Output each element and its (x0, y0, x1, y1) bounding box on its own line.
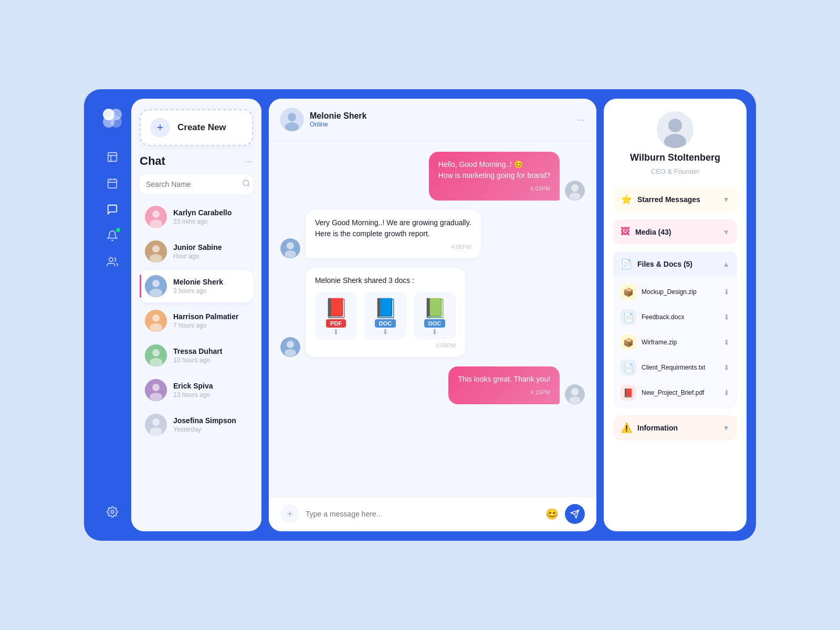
contact-name: Josefina Simpson (173, 416, 248, 425)
svg-point-43 (287, 242, 294, 249)
sender-avatar-sm (565, 181, 585, 201)
contact-item[interactable]: Tressa Duhart 10 hours ago (140, 339, 253, 372)
bell-nav-icon[interactable] (101, 225, 123, 247)
starred-messages-header[interactable]: ⭐ Starred Messages ▼ (613, 187, 737, 212)
file-row: 📦 Wirframe.zip ⬇ (618, 331, 732, 353)
svg-point-13 (243, 180, 249, 186)
media-header[interactable]: 🖼 Media (43) ▼ (613, 219, 737, 244)
file-download-button[interactable]: ⬇ (723, 388, 730, 397)
contact-name: Harrison Palmatier (173, 312, 248, 321)
svg-point-35 (150, 427, 162, 436)
contact-avatar (145, 206, 167, 228)
search-box[interactable] (140, 174, 253, 194)
sidebar (93, 99, 131, 531)
file-icon: 📄 (621, 309, 636, 325)
contact-item[interactable]: Josefina Simpson Yesterday (140, 408, 253, 441)
starred-messages-label: Starred Messages (637, 195, 700, 204)
contact-item[interactable]: Junior Sabine Hour ago (140, 235, 253, 268)
shared-docs-bubble: Melonie Sherk shared 3 docs : 📕 PDF ⬇ 📘 … (306, 268, 465, 357)
doc-item-pdf: 📕 PDF ⬇ (315, 292, 357, 339)
doc2-download[interactable]: ⬇ (432, 328, 438, 336)
app-frame: + Create New Chat ··· Karlyn Carabello 2… (84, 89, 756, 541)
chat-options-button[interactable]: ··· (577, 114, 585, 125)
contact-time: 3 hours ago (173, 287, 248, 295)
contact-item[interactable]: Erick Spiva 13 hours ago (140, 374, 253, 406)
right-panel: Wilburn Stoltenberg CEO & Founder ⭐ Star… (604, 99, 747, 531)
svg-point-12 (111, 510, 114, 513)
svg-point-50 (569, 396, 581, 404)
information-header[interactable]: ⚠️ Information ▼ (613, 415, 737, 440)
svg-point-46 (287, 341, 294, 348)
sender-avatar-sm (280, 238, 300, 258)
message-row: Melonie Sherk shared 3 docs : 📕 PDF ⬇ 📘 … (280, 268, 585, 357)
contact-info: Josefina Simpson Yesterday (173, 416, 248, 433)
file-row: 📦 Mockup_Design.zip ⬇ (618, 281, 732, 303)
contact-info: Tressa Duhart 10 hours ago (173, 347, 248, 364)
svg-point-34 (152, 418, 160, 426)
file-download-button[interactable]: ⬇ (723, 363, 730, 372)
file-icon: 📦 (621, 334, 636, 350)
search-input[interactable] (146, 180, 238, 188)
attach-button[interactable]: + (280, 505, 299, 523)
files-list: 📦 Mockup_Design.zip ⬇ 📄 Feedback.docx ⬇ … (613, 277, 737, 408)
send-button[interactable] (565, 504, 585, 524)
chat-topbar-avatar (280, 108, 303, 131)
file-name: Wirframe.zip (642, 339, 718, 346)
star-icon: ⭐ (621, 194, 632, 205)
contact-item[interactable]: Karlyn Carabello 23 mins ago (140, 201, 253, 233)
contact-item[interactable]: Harrison Palmatier 7 hours ago (140, 304, 253, 337)
contact-name: Tressa Duhart (173, 347, 248, 355)
contact-time: 10 hours ago (173, 356, 248, 364)
settings-nav-icon[interactable] (101, 501, 123, 523)
contact-avatar (145, 240, 167, 262)
pdf-download[interactable]: ⬇ (333, 328, 339, 336)
create-new-button[interactable]: + Create New (140, 109, 253, 146)
files-section: 📄 Files & Docs (5) ▲ 📦 Mockup_Design.zip… (613, 251, 737, 408)
file-download-button[interactable]: ⬇ (723, 288, 730, 296)
contact-time: 13 hours ago (173, 391, 248, 398)
file-row: 📕 New_Project_Brief.pdf ⬇ (618, 382, 732, 404)
svg-point-19 (152, 245, 160, 253)
media-icon: 🖼 (621, 226, 630, 237)
group-nav-icon[interactable] (101, 251, 123, 273)
profile-name: Wilburn Stoltenberg (630, 152, 720, 163)
emoji-button[interactable]: 😊 (545, 508, 559, 520)
contact-info: Harrison Palmatier 7 hours ago (173, 312, 248, 329)
file-download-button[interactable]: ⬇ (723, 313, 730, 321)
file-download-button[interactable]: ⬇ (723, 338, 730, 346)
svg-point-47 (285, 349, 296, 356)
main-content: + Create New Chat ··· Karlyn Carabello 2… (131, 99, 747, 531)
msg-time: 4:03PM (438, 184, 550, 193)
msg-time: 4:09PM (315, 342, 456, 349)
svg-point-31 (152, 384, 160, 391)
search-icon (242, 179, 250, 190)
chat-contact-status: Online (310, 121, 577, 128)
message-row: Very Good Morning..! We are growing grad… (280, 210, 585, 259)
file-icon: 📕 (621, 385, 636, 401)
file-icon: 📄 (621, 360, 636, 375)
chat-header: Chat ··· (140, 154, 253, 168)
profile-role: CEO & Founder (651, 167, 700, 175)
chat-messages: Hello, Good Morning..! 😊How is marketing… (269, 141, 596, 496)
contact-item[interactable]: Melonie Sherk 3 hours ago (140, 270, 253, 302)
msg-time: 4:06PM (315, 243, 471, 251)
shared-docs-label: Melonie Sherk shared 3 docs : (315, 276, 456, 285)
info-icon: ⚠️ (621, 422, 632, 434)
files-header[interactable]: 📄 Files & Docs (5) ▲ (613, 251, 737, 277)
chat-topbar: Melonie Sherk Online ··· (269, 99, 596, 141)
media-label: Media (43) (635, 228, 671, 236)
chat-nav-icon[interactable] (101, 198, 123, 220)
document-nav-icon[interactable] (101, 146, 123, 168)
message-input[interactable] (306, 510, 539, 518)
files-label: Files & Docs (5) (637, 260, 692, 268)
contact-time: Hour ago (173, 253, 248, 260)
files-chevron-icon: ▲ (722, 260, 730, 268)
svg-point-25 (152, 314, 160, 322)
calendar-nav-icon[interactable] (101, 172, 123, 194)
profile-avatar (657, 111, 694, 148)
create-new-label: Create New (177, 122, 226, 133)
message-row: Hello, Good Morning..! 😊How is marketing… (280, 152, 585, 201)
contact-info: Junior Sabine Hour ago (173, 243, 248, 260)
doc1-download[interactable]: ⬇ (382, 328, 388, 336)
chat-menu-button[interactable]: ··· (245, 156, 253, 167)
